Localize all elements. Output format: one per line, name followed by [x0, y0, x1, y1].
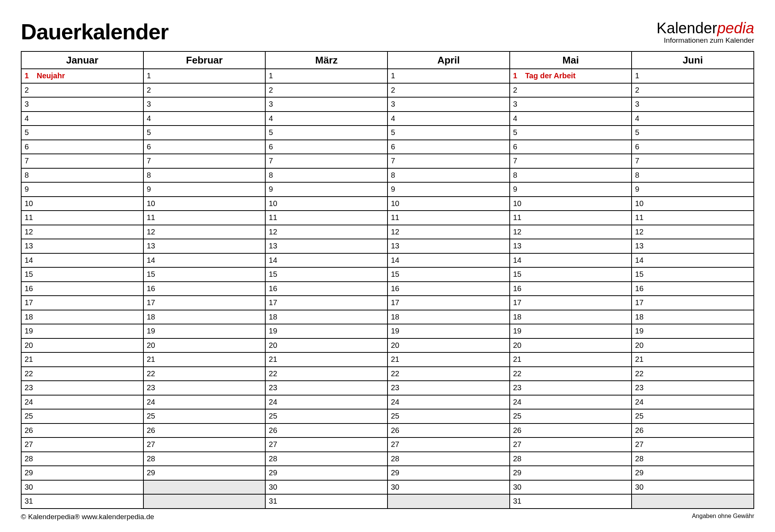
day-cell: 27	[265, 437, 388, 452]
day-number: 28	[269, 454, 277, 463]
calendar-row: 121212121212	[21, 225, 754, 239]
day-cell: 1Neujahr	[21, 69, 143, 83]
day-cell: 19	[388, 324, 510, 338]
day-cell: 23	[632, 381, 754, 395]
day-number: 31	[25, 497, 33, 506]
day-cell: 25	[265, 409, 388, 423]
day-cell: 7	[21, 154, 143, 168]
day-cell: 19	[143, 324, 266, 338]
day-number: 9	[635, 185, 643, 194]
day-number: 16	[147, 284, 155, 293]
day-number: 8	[25, 171, 33, 180]
day-number: 9	[269, 185, 277, 194]
holiday-label: Neujahr	[37, 71, 65, 80]
day-number: 13	[635, 242, 643, 250]
day-cell: 25	[21, 409, 143, 423]
day-cell	[143, 480, 266, 495]
day-cell: 27	[143, 437, 266, 452]
day-number: 2	[25, 86, 33, 95]
day-cell: 28	[143, 452, 266, 466]
day-number: 2	[147, 86, 155, 95]
day-number: 10	[25, 199, 33, 208]
day-number: 7	[391, 157, 399, 165]
day-cell: 4	[388, 112, 510, 126]
day-cell: 28	[632, 452, 754, 466]
day-cell: 7	[632, 154, 754, 168]
day-number: 24	[147, 398, 155, 406]
day-number: 7	[147, 157, 155, 165]
day-number: 24	[391, 398, 399, 406]
day-cell: 7	[388, 154, 510, 168]
calendar-row: 222222	[21, 83, 754, 98]
day-cell: 16	[632, 282, 754, 296]
holiday-label: Tag der Arbeit	[525, 71, 576, 80]
month-header: März	[265, 51, 388, 69]
day-number: 19	[635, 327, 643, 335]
day-number: 28	[635, 454, 643, 463]
day-number: 11	[147, 213, 155, 222]
day-number: 12	[25, 228, 33, 236]
day-number: 5	[635, 128, 643, 137]
day-number: 3	[513, 100, 521, 109]
day-number: 15	[25, 270, 33, 279]
day-cell: 13	[388, 239, 510, 253]
header: Dauerkalender Kalenderpedia Informatione…	[21, 19, 754, 44]
day-number: 31	[513, 497, 521, 506]
calendar-row: 252525252525	[21, 409, 754, 423]
day-cell: 13	[510, 239, 632, 253]
calendar-row: 141414141414	[21, 253, 754, 268]
footer-copyright: © Kalenderpedia® www.kalenderpedia.de	[21, 513, 154, 521]
day-number: 1	[513, 71, 521, 80]
day-cell: 23	[265, 381, 388, 395]
day-cell: 6	[388, 140, 510, 154]
day-cell: 1	[265, 69, 388, 83]
day-number: 19	[391, 327, 399, 335]
day-cell: 25	[388, 409, 510, 423]
day-cell: 20	[388, 338, 510, 353]
day-number: 4	[147, 114, 155, 123]
day-number: 11	[25, 213, 33, 222]
day-number: 22	[513, 369, 521, 378]
day-cell: 2	[388, 83, 510, 98]
day-cell: 9	[388, 182, 510, 197]
day-cell: 13	[265, 239, 388, 253]
day-cell: 11	[388, 211, 510, 225]
day-number: 22	[147, 369, 155, 378]
day-cell: 11	[632, 211, 754, 225]
day-number: 2	[391, 86, 399, 95]
day-number: 29	[391, 468, 399, 477]
day-cell: 15	[21, 267, 143, 282]
day-cell: 11	[510, 211, 632, 225]
day-number: 11	[635, 213, 643, 222]
calendar-row: 3030303030	[21, 480, 754, 495]
day-cell: 5	[388, 126, 510, 140]
day-number: 12	[269, 228, 277, 236]
day-number: 4	[513, 114, 521, 123]
day-cell: 17	[632, 296, 754, 310]
day-number: 5	[391, 128, 399, 137]
day-cell: 30	[265, 480, 388, 495]
day-cell: 28	[265, 452, 388, 466]
day-number: 17	[147, 298, 155, 307]
day-number: 4	[635, 114, 643, 123]
calendar-row: 999999	[21, 182, 754, 197]
day-number: 3	[25, 100, 33, 109]
day-cell: 22	[388, 367, 510, 381]
day-cell: 8	[265, 168, 388, 183]
day-cell: 19	[510, 324, 632, 338]
day-cell: 10	[510, 197, 632, 211]
day-number: 15	[147, 270, 155, 279]
day-number: 18	[269, 313, 277, 321]
day-number: 16	[269, 284, 277, 293]
day-cell: 9	[143, 182, 266, 197]
day-number: 26	[513, 426, 521, 435]
day-cell: 18	[510, 310, 632, 324]
day-cell: 2	[632, 83, 754, 98]
day-cell: 14	[388, 253, 510, 268]
day-number: 19	[513, 327, 521, 335]
day-number: 28	[25, 454, 33, 463]
calendar-row: 171717171717	[21, 296, 754, 310]
day-number: 25	[269, 412, 277, 420]
day-number: 6	[269, 143, 277, 151]
day-cell: 5	[143, 126, 266, 140]
